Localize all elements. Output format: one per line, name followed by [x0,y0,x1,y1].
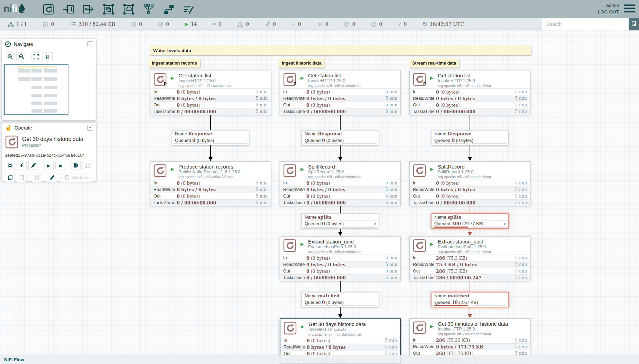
status-cluster: 1 / 1 [8,21,27,27]
stat-row: Out0 (0 bytes)5 min [150,102,271,108]
birdseye-minimap[interactable] [3,64,94,117]
processor-name: Get 30 minutes of historic data [438,321,508,327]
processor-node[interactable]: ▶ Produce station records PublishKafkaRe… [150,161,271,206]
status-locally-modified: ∗0 [317,21,328,27]
processor-node[interactable]: ▶ SplitRecord SplitRecord 1.25.0 org.apa… [409,161,530,206]
status-invalid: 0 [237,21,249,27]
connection-label[interactable]: Name ResponseQueued 0 (0 bytes) [172,130,249,145]
selected-component-id[interactable]: 3e9fed26-97ab-321a-b24c-354f59a4610f [5,153,93,158]
connection-label[interactable]: Name ResponseQueued 0 (0 bytes) [431,130,509,145]
logout-link[interactable]: LOG OUT [598,9,619,15]
birdseye-node [44,86,57,89]
processor-type: InvokeHTTP 1.25.0 [178,78,215,83]
birdseye-node [18,66,57,67]
disable-button[interactable] [28,161,38,170]
running-status-icon: ▶ [171,166,174,172]
copy-button[interactable] [5,173,15,182]
collapse-operate-button[interactable]: − [87,125,93,131]
zoom-actual-button[interactable]: |:| [43,52,53,61]
global-menu-button[interactable] [624,4,635,14]
processor-icon [153,164,167,179]
canvas-label-group[interactable]: Ingest station records [149,59,200,68]
collapse-navigate-button[interactable]: − [87,41,93,47]
stat-row: Tasks/Time0 / 00:00:00.0005 min [410,199,530,206]
stat-row: Out0 (0 bytes)5 min [280,268,400,274]
bulletin-button[interactable] [629,18,639,30]
template-component-icon[interactable] [163,3,175,16]
funnel-component-icon[interactable] [142,3,155,16]
stat-row: Tasks/Time0 / 00:00:00.0005 min [410,108,530,115]
paste-button [17,173,27,182]
canvas-label-group[interactable]: Ingest historic data [279,59,325,68]
birdseye-node [18,68,23,69]
sync-failure-icon: ? [398,22,401,26]
connection-label[interactable]: Name matchedQueued 10 (2.67 KB) [431,292,509,307]
not-transmitting-icon [158,21,164,27]
birdseye-node [31,69,42,73]
processor-icon [413,239,426,254]
zoom-out-button[interactable] [16,52,26,61]
zoom-in-button[interactable] [5,52,15,61]
birdseye-node [44,68,49,69]
processor-node[interactable]: P ▶ Get station list InvokeHTTP 1.25.0 o… [280,70,401,115]
processor-component-icon[interactable] [42,3,55,16]
processor-node[interactable]: P ▶ Get station list InvokeHTTP 1.25.0 o… [150,70,271,115]
running-status-icon: ▶ [301,324,304,329]
primary-node-badge: P [294,82,296,86]
breadcrumb-bar: NiFi Flow [0,355,639,364]
up-to-date-icon: ✓ [292,22,296,26]
processor-node[interactable]: ▶ Extract station_uuid EvaluateJsonPath … [280,236,401,281]
status-stopped: ■0 [213,21,221,27]
stat-row: In286 (75.23 KB)5 min [410,337,530,343]
logo-text: ni [3,3,12,14]
transmitting-icon [131,21,137,27]
stat-row: Read/Write0 bytes / 0 bytes5 min [280,344,400,350]
breadcrumb[interactable]: NiFi Flow [4,357,24,362]
stop-button[interactable]: ■ [55,161,65,170]
connection-label[interactable]: Name ResponseQueued 0 (0 bytes) [302,130,379,145]
label-component-icon[interactable] [183,3,195,16]
processor-node[interactable]: P ▶ Get station list InvokeHTTP 1.25.0 o… [409,70,530,115]
processor-icon [283,239,297,254]
enable-button[interactable] [17,161,27,170]
processor-type: SplitRecord 1.25.0 [438,170,473,174]
birdseye-node [18,77,30,81]
status-not-transmitting: 0 [158,21,169,27]
status-refresh[interactable]: ↻ 16:43:07 UTC [423,21,464,27]
flow-canvas[interactable]: Water levels data Ingest station records… [0,30,639,364]
navigate-title: Navigate [14,41,33,47]
save-flow-version-button[interactable] [71,161,81,170]
selected-component-type: Processor [22,143,83,148]
processor-node[interactable]: ▶ Extract station_uuid EvaluateJsonPath … [409,236,530,281]
birdseye-node [31,68,36,69]
input-port-component-icon[interactable] [62,3,75,16]
start-button[interactable]: ▶ [44,161,54,170]
load-balance-icon: ◑ [503,221,506,226]
zoom-fit-button[interactable] [31,52,41,61]
canvas-label-banner[interactable]: Water levels data [150,46,531,55]
processor-type: PublishKafkaRecord_2_6 1.25.0 [178,170,240,174]
connection-label[interactable]: Name splitsQueued 0 (0 bytes)◑ [302,213,379,229]
stat-row: Out0 (0 bytes)5 min [410,102,530,108]
stat-row: Read/Write0 bytes / 0 bytes5 min [410,95,530,102]
output-port-component-icon[interactable] [82,3,95,16]
component-toolbar [42,3,195,16]
stat-row: Read/Write0 bytes / 0 bytes5 min [280,186,400,193]
search-input[interactable] [542,18,629,30]
primary-node-badge: P [164,82,167,86]
stat-row: In0 (0 bytes)5 min [280,337,400,344]
connection-label[interactable]: Name matchedQueued 0 (0 bytes) [302,292,379,307]
processor-node[interactable]: ▶ SplitRecord SplitRecord 1.25.0 org.apa… [280,161,401,206]
stat-row: Read/Write0 bytes / 0 bytes5 min [150,95,271,102]
configure-button[interactable] [5,161,15,170]
stat-row: Tasks/Time0 / 00:00:00.0005 min [280,274,400,281]
stat-row: In0 (0 bytes)5 min [150,180,271,186]
processor-name: Get station list [438,73,471,78]
change-color-button[interactable] [47,173,57,182]
running-status-icon: ▶ [300,241,304,247]
remote-process-group-component-icon[interactable] [122,3,135,16]
process-group-component-icon[interactable] [102,3,115,16]
canvas-label-group[interactable]: Stream real-time data [409,59,459,68]
running-status-icon: ▶ [300,75,304,80]
connection-label[interactable]: Name splitsQueued 300 (79.77 KB)◑ [431,213,509,229]
